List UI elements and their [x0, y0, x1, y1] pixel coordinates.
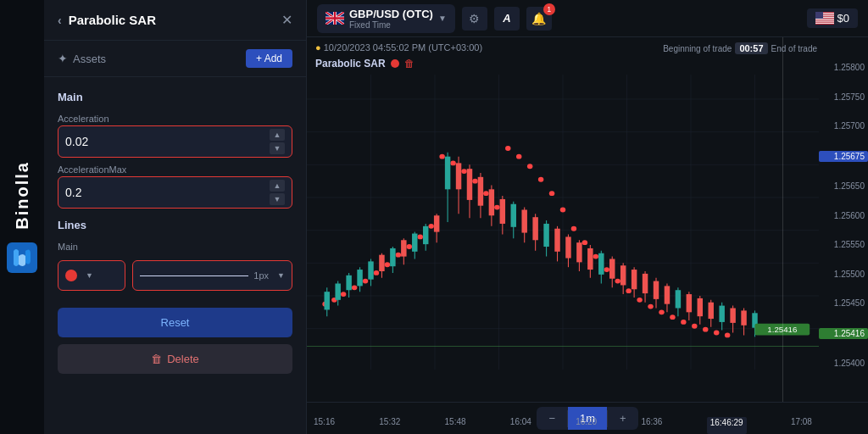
svg-rect-140 — [741, 310, 746, 325]
svg-rect-124 — [654, 281, 659, 299]
chart-topbar: GBP/USD (OTC) Fixed Time ▼ ⚙ A 🔔 1 — [307, 0, 868, 37]
acceleration-max-input-wrap: ▲ ▼ — [58, 176, 292, 209]
trash-icon: 🗑 — [151, 353, 162, 365]
delete-button[interactable]: 🗑 Delete — [58, 344, 292, 374]
acceleration-increment[interactable]: ▲ — [270, 129, 285, 141]
chart-settings-button[interactable]: ⚙ — [462, 7, 487, 31]
chart-settings-icon: ⚙ — [469, 12, 480, 25]
line-width-select[interactable]: 1px ▼ — [132, 260, 292, 291]
acceleration-decrement[interactable]: ▼ — [270, 142, 285, 154]
svg-point-38 — [461, 169, 466, 174]
time-label-5: 16:36 — [641, 417, 662, 434]
svg-rect-64 — [324, 292, 329, 309]
svg-rect-126 — [665, 286, 670, 303]
svg-point-54 — [637, 298, 642, 303]
price-11: 1.25400 — [819, 359, 868, 368]
svg-rect-118 — [620, 265, 626, 285]
add-button[interactable]: + Add — [246, 49, 292, 68]
line-px-label: 1px — [253, 270, 269, 281]
svg-point-52 — [615, 279, 620, 284]
indicator-delete-icon[interactable]: 🗑 — [404, 58, 415, 70]
svg-point-47 — [560, 208, 565, 213]
svg-point-40 — [483, 191, 488, 196]
pair-selector[interactable]: GBP/USD (OTC) Fixed Time ▼ — [317, 4, 455, 33]
brand-name: Binolla — [13, 161, 32, 230]
acceleration-input-wrap: ▲ ▼ — [58, 125, 292, 158]
acceleration-input[interactable] — [65, 135, 270, 148]
lines-section: Lines Main ▼ 1px ▼ — [58, 219, 292, 291]
chart-bottom-bar: 15:16 15:32 15:48 16:04 16:20 16:36 16:4… — [307, 402, 868, 434]
chart-area: GBP/USD (OTC) Fixed Time ▼ ⚙ A 🔔 1 — [307, 0, 868, 434]
indicator-name-label: Parabolic SAR — [315, 58, 386, 70]
brand-strip: Binolla — [0, 0, 44, 434]
price-axis: 1.25800 1.25750 1.25700 1.25675 1.25650 … — [819, 37, 868, 402]
svg-rect-104 — [543, 224, 548, 247]
line-preview — [140, 275, 248, 276]
svg-point-32 — [396, 253, 401, 258]
time-label-0: 15:16 — [314, 417, 335, 434]
acceleration-max-decrement[interactable]: ▼ — [270, 193, 285, 205]
price-1: 1.25800 — [819, 63, 868, 72]
svg-point-44 — [527, 164, 532, 169]
svg-point-61 — [714, 331, 719, 336]
svg-point-50 — [593, 254, 598, 259]
svg-point-39 — [472, 179, 477, 184]
price-9: 1.25450 — [819, 298, 868, 308]
price-6: 1.25600 — [819, 211, 868, 220]
svg-rect-88 — [456, 163, 461, 189]
svg-rect-128 — [676, 290, 681, 308]
pair-info: GBP/USD (OTC) Fixed Time — [349, 8, 433, 30]
svg-point-37 — [450, 161, 455, 166]
reset-button[interactable]: Reset — [58, 308, 292, 337]
lines-row: ▼ 1px ▼ — [58, 260, 292, 291]
svg-point-45 — [538, 177, 543, 182]
assets-label: ✦ Assets — [58, 52, 106, 65]
svg-rect-114 — [598, 253, 604, 275]
pair-chevron-icon: ▼ — [438, 14, 447, 23]
panel-header-left: ‹ Parabolic SAR — [58, 13, 156, 27]
svg-rect-66 — [335, 284, 340, 300]
svg-point-48 — [571, 226, 576, 231]
chart-datetime: ● 10/20/2023 04:55:02 PM (UTC+03:00) — [315, 42, 482, 53]
current-time-label: 16:46:29 — [707, 417, 747, 434]
panel-content: Main Acceleration ▲ ▼ AccelerationMax — [44, 77, 306, 434]
time-label-4: 16:20 — [576, 417, 597, 434]
current-time-line — [782, 37, 783, 402]
svg-rect-7 — [815, 20, 834, 21]
balance-amount: $0 — [837, 12, 849, 25]
svg-point-49 — [582, 240, 587, 245]
back-button[interactable]: ‹ — [58, 14, 62, 27]
line-width-chevron: ▼ — [277, 271, 285, 280]
svg-point-62 — [725, 333, 730, 338]
bell-icon: 🔔 — [531, 12, 546, 25]
svg-point-33 — [407, 244, 412, 249]
main-section-title: Main — [58, 91, 292, 103]
notification-wrap: 🔔 1 — [526, 7, 552, 31]
chart-main: ● 10/20/2023 04:55:02 PM (UTC+03:00) Par… — [307, 37, 868, 402]
svg-rect-68 — [346, 275, 351, 290]
trade-range-start: Beginning of trade — [663, 44, 732, 53]
acceleration-max-input[interactable] — [65, 186, 270, 199]
close-button[interactable]: ✕ — [281, 12, 292, 28]
color-select[interactable]: ▼ — [58, 260, 125, 291]
time-label-1: 15:32 — [379, 417, 400, 434]
svg-rect-90 — [467, 169, 472, 200]
svg-rect-106 — [554, 229, 559, 252]
balance-button[interactable]: $0 — [807, 8, 858, 28]
svg-point-29 — [363, 279, 368, 284]
svg-rect-78 — [401, 240, 406, 256]
svg-rect-92 — [478, 177, 483, 206]
svg-point-34 — [418, 235, 423, 240]
acceleration-max-increment[interactable]: ▲ — [270, 180, 285, 192]
time-axis: 15:16 15:32 15:48 16:04 16:20 16:36 16:4… — [307, 417, 819, 434]
svg-point-31 — [385, 262, 390, 267]
trade-range-bar: Beginning of trade 00:57 End of trade — [663, 42, 817, 54]
chart-canvas[interactable]: 1.25416 — [307, 75, 819, 370]
price-8: 1.25500 — [819, 270, 868, 279]
delete-label: Delete — [167, 353, 199, 365]
acceleration-field-wrap: Acceleration ▲ ▼ — [58, 114, 292, 158]
chart-topbar-right: $0 — [807, 8, 858, 28]
svg-rect-122 — [643, 274, 648, 293]
indicators-button[interactable]: A — [494, 7, 520, 31]
svg-point-41 — [494, 205, 499, 210]
